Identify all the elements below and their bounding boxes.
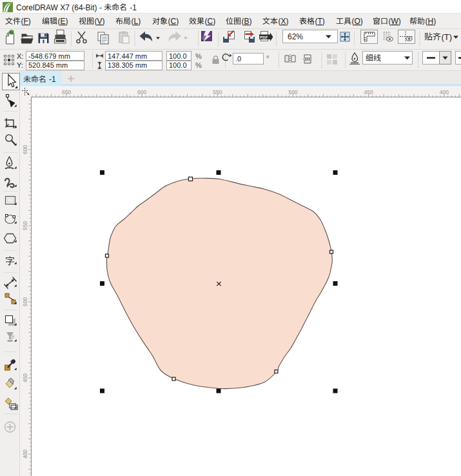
svg-text:400: 400 [440, 89, 449, 95]
svg-text:(T): (T) [442, 32, 453, 42]
svg-text:500: 500 [22, 297, 28, 306]
svg-text:600: 600 [22, 145, 28, 154]
svg-text:-548.679 mm: -548.679 mm [28, 52, 70, 60]
svg-text:(E): (E) [58, 17, 68, 26]
svg-text:(H): (H) [426, 17, 436, 26]
svg-text:PDF: PDF [260, 35, 268, 39]
svg-text:400: 400 [22, 450, 28, 459]
svg-text:°: ° [266, 54, 269, 62]
svg-text:(W): (W) [389, 17, 401, 26]
svg-text:147.447 mm: 147.447 mm [108, 52, 147, 60]
svg-text:(F): (F) [21, 17, 31, 26]
svg-text:(X): (X) [279, 17, 289, 26]
svg-text:(V): (V) [95, 17, 105, 26]
svg-text:(L): (L) [132, 17, 141, 26]
svg-text:500: 500 [288, 89, 297, 95]
svg-text:-1: -1 [49, 75, 56, 84]
svg-text:(C): (C) [205, 17, 216, 26]
svg-text:100.0: 100.0 [169, 52, 187, 60]
svg-text:100.0: 100.0 [169, 61, 187, 69]
svg-text:X:: X: [17, 52, 23, 60]
svg-text:(T): (T) [315, 17, 325, 26]
svg-text:(C): (C) [168, 17, 179, 26]
svg-text:650: 650 [62, 89, 71, 95]
svg-text:Y:: Y: [17, 61, 23, 69]
svg-text:550: 550 [213, 89, 222, 95]
svg-text:%: % [195, 61, 202, 69]
svg-text:%: % [195, 52, 202, 60]
svg-text:138.305 mm: 138.305 mm [108, 61, 147, 69]
svg-text:(O): (O) [352, 17, 363, 26]
svg-text:62%: 62% [288, 32, 303, 41]
svg-text:600: 600 [137, 89, 146, 95]
svg-text:CorelDRAW X7 (64-Bit) -: CorelDRAW X7 (64-Bit) - [16, 3, 102, 12]
svg-text:.0: .0 [235, 55, 241, 63]
svg-text:550: 550 [22, 221, 28, 230]
svg-text:520.845 mm: 520.845 mm [28, 61, 68, 69]
svg-text:(B): (B) [242, 17, 252, 26]
svg-text:450: 450 [22, 373, 28, 382]
svg-text:-1: -1 [130, 3, 137, 12]
svg-text:450: 450 [364, 89, 373, 95]
